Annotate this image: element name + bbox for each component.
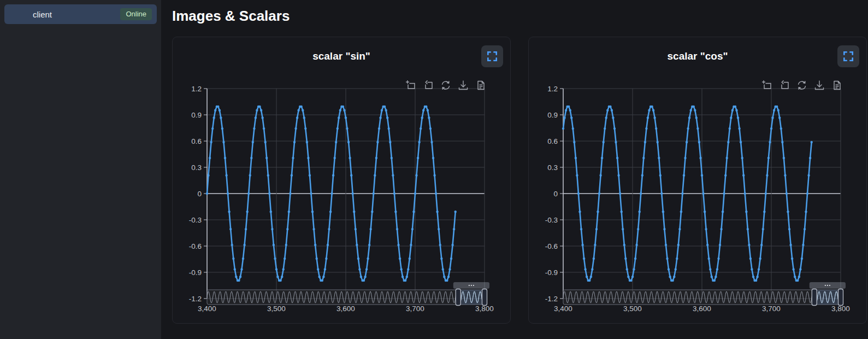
main-panel: Images & Scalars 1.20.90.60.30-0.3-0.6-0… (161, 0, 868, 339)
client-label: client (33, 10, 52, 19)
zoom-reset-icon (423, 80, 434, 91)
svg-text:-0.3: -0.3 (189, 216, 202, 224)
svg-text:3,800: 3,800 (831, 305, 850, 313)
zoom-box-icon (405, 80, 416, 91)
svg-text:3,700: 3,700 (762, 305, 781, 313)
svg-text:0.9: 0.9 (191, 111, 202, 119)
restore-icon (796, 80, 807, 91)
toolbox-zoom-reset-button[interactable] (779, 80, 790, 91)
status-badge: Online (120, 8, 152, 20)
save-image-icon (458, 80, 469, 91)
datazoom-handle-right[interactable] (839, 289, 843, 306)
zoom-reset-icon (779, 80, 790, 91)
data-view-icon (831, 80, 842, 91)
svg-text:-1.2: -1.2 (545, 295, 558, 303)
svg-text:3,600: 3,600 (693, 305, 711, 313)
toolbox-restore-button[interactable] (796, 80, 807, 91)
fullscreen-button[interactable] (837, 45, 859, 67)
fullscreen-button[interactable] (481, 45, 503, 67)
toolbox-save-image-button[interactable] (814, 80, 825, 91)
svg-text:0.6: 0.6 (191, 137, 202, 145)
svg-text:1.2: 1.2 (547, 85, 558, 93)
svg-text:0: 0 (553, 190, 558, 198)
save-image-icon (814, 80, 825, 91)
fullscreen-icon (486, 50, 498, 62)
datazoom-handle-left[interactable] (456, 289, 460, 306)
toolbox-data-view-button[interactable] (475, 80, 486, 91)
svg-text:-0.6: -0.6 (545, 242, 558, 250)
sidebar: client Online (0, 0, 161, 339)
data-view-icon (475, 80, 486, 91)
svg-text:-1.2: -1.2 (189, 295, 202, 303)
svg-text:0.9: 0.9 (547, 111, 558, 119)
chart-card-sin: 1.20.90.60.30-0.3-0.6-0.9-1.23,4003,5003… (172, 37, 511, 324)
toolbox-zoom-button[interactable] (405, 80, 416, 91)
fullscreen-icon (842, 50, 854, 62)
client-entry[interactable]: client Online (4, 4, 157, 24)
svg-text:1.2: 1.2 (191, 85, 202, 93)
svg-text:-0.9: -0.9 (545, 268, 558, 277)
toolbox-zoom-button[interactable] (761, 80, 772, 91)
chart-toolbox (761, 80, 842, 91)
datazoom-handle-right[interactable] (482, 289, 487, 306)
svg-text:0.6: 0.6 (547, 137, 558, 145)
svg-text:3,500: 3,500 (267, 305, 286, 313)
toolbox-save-image-button[interactable] (458, 80, 469, 91)
datazoom-handle-left[interactable] (812, 289, 817, 306)
toolbox-data-view-button[interactable] (831, 80, 842, 91)
svg-text:3,500: 3,500 (623, 305, 642, 313)
svg-text:0.3: 0.3 (547, 163, 558, 172)
svg-text:0: 0 (197, 190, 202, 198)
page-title: Images & Scalars (172, 8, 868, 25)
svg-text:3,700: 3,700 (406, 305, 424, 313)
chart-card-cos: 1.20.90.60.30-0.3-0.6-0.9-1.23,4003,5003… (528, 37, 867, 324)
svg-text:-0.9: -0.9 (189, 268, 202, 277)
chart-toolbox (405, 80, 486, 91)
svg-text:3,400: 3,400 (554, 305, 572, 313)
toolbox-zoom-reset-button[interactable] (423, 80, 434, 91)
toolbox-restore-button[interactable] (440, 80, 451, 91)
zoom-box-icon (761, 80, 772, 91)
cards-row: 1.20.90.60.30-0.3-0.6-0.9-1.23,4003,5003… (172, 37, 868, 324)
svg-text:3,800: 3,800 (475, 305, 494, 313)
svg-text:3,400: 3,400 (198, 305, 216, 313)
svg-text:3,600: 3,600 (336, 305, 355, 313)
svg-text:-0.6: -0.6 (189, 242, 202, 250)
svg-text:-0.3: -0.3 (545, 216, 558, 224)
restore-icon (440, 80, 451, 91)
svg-text:0.3: 0.3 (191, 163, 202, 172)
